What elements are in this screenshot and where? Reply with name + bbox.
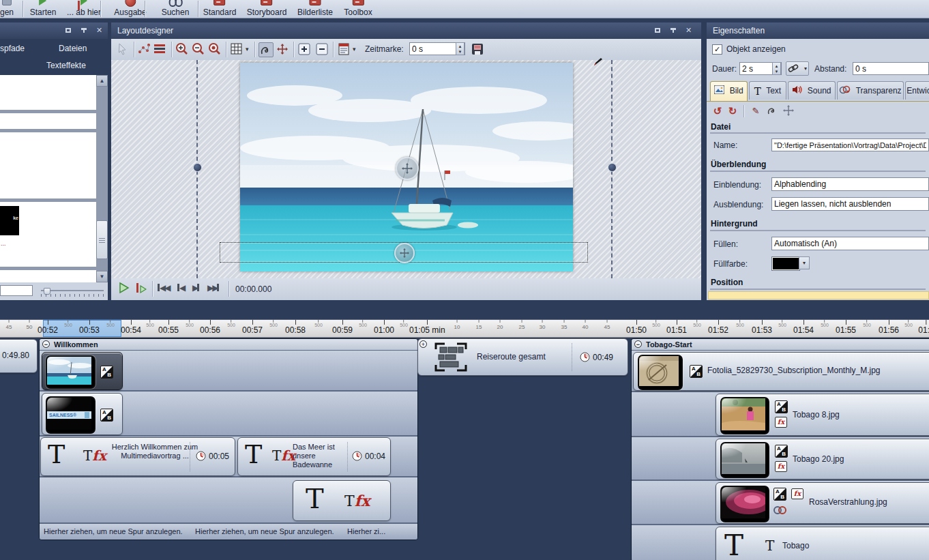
zoom-reset-icon[interactable] bbox=[208, 42, 223, 57]
layers-icon[interactable] bbox=[153, 42, 168, 57]
tab-sound[interactable]: Sound bbox=[788, 81, 836, 100]
fuellen-input[interactable] bbox=[771, 237, 929, 250]
save-time-icon[interactable] bbox=[471, 42, 486, 57]
track-row-tobago-1[interactable]: AB Fotolia_52829730_Subscription_Monthly… bbox=[632, 351, 929, 392]
view-options-icon[interactable] bbox=[337, 42, 352, 57]
view-options-dropdown-icon[interactable]: ▾ bbox=[353, 46, 356, 53]
tab-dateien[interactable]: Dateien bbox=[59, 44, 87, 53]
list-item[interactable] bbox=[0, 75, 96, 110]
add-icon[interactable] bbox=[297, 42, 312, 57]
restore-icon[interactable] bbox=[63, 26, 72, 35]
track-row-images-1[interactable]: AB bbox=[40, 351, 417, 392]
zoom-in-icon[interactable] bbox=[175, 42, 190, 57]
skip-start-icon[interactable]: ◀◀ bbox=[158, 282, 169, 293]
list-item[interactable] bbox=[0, 113, 96, 129]
tab-entwicklung[interactable]: Entwic bbox=[905, 81, 929, 100]
layout-canvas[interactable] bbox=[111, 60, 701, 278]
name-input[interactable] bbox=[771, 138, 929, 151]
restore-icon[interactable] bbox=[653, 26, 662, 35]
toolbar-item-bilderliste[interactable]: Bilderliste bbox=[297, 0, 333, 18]
effect-filter-input[interactable] bbox=[0, 285, 33, 296]
collapse-icon[interactable]: − bbox=[42, 340, 50, 348]
rotate-left-icon[interactable]: ↺ bbox=[711, 104, 724, 118]
list-scrollbar[interactable]: ▲ ▼ bbox=[96, 75, 108, 282]
grid-icon[interactable] bbox=[230, 42, 245, 57]
clip-text-meer[interactable]: T Tfx Das Meer ist unsere Badewanne 00:0… bbox=[237, 437, 391, 476]
rotate-right-icon[interactable]: ↻ bbox=[726, 104, 739, 118]
clip-tobago20[interactable]: AB fx Tobago 20.jpg bbox=[716, 439, 929, 480]
tab-text[interactable]: T Text bbox=[749, 81, 786, 100]
text-move-handle[interactable] bbox=[394, 243, 415, 263]
select-tool-icon[interactable] bbox=[116, 42, 131, 57]
einblendung-input[interactable] bbox=[771, 177, 929, 191]
partial-clip[interactable]: 0:49.80 bbox=[0, 339, 38, 373]
close-icon[interactable]: ✕ bbox=[95, 26, 104, 35]
track-row-text-1[interactable]: T Tfx Herzlich Willkommen zum Multimedia… bbox=[40, 437, 417, 477]
toolbar-item-ausgabe[interactable]: Ausgabe bbox=[114, 0, 146, 18]
clip-text-tobago[interactable]: T T Tobago bbox=[716, 527, 929, 560]
scroll-down-icon[interactable]: ▼ bbox=[96, 271, 108, 282]
track-row-text-2[interactable]: T Tfx bbox=[40, 477, 417, 524]
play-from-here-icon[interactable] bbox=[136, 282, 147, 296]
track-row-tobago-5[interactable]: T T Tobago bbox=[632, 525, 929, 560]
zeitmarke-spinner[interactable]: ▲▼ bbox=[456, 42, 464, 55]
track-row-tobago-4[interactable]: AB fx RosaVerstrahlung.jpg bbox=[632, 481, 929, 525]
move-tool-icon[interactable] bbox=[276, 42, 291, 57]
collapse-icon[interactable]: − bbox=[634, 340, 642, 348]
tab-pfade[interactable]: spfade bbox=[0, 44, 25, 53]
next-frame-icon[interactable]: ▶ bbox=[192, 282, 199, 293]
scroll-up-icon[interactable]: ▲ bbox=[96, 75, 108, 87]
abstand-input[interactable] bbox=[853, 62, 929, 75]
thumbnail-size-slider[interactable] bbox=[41, 288, 104, 297]
toolbar-item-starten[interactable]: Starten bbox=[30, 0, 57, 18]
play-icon[interactable] bbox=[118, 282, 130, 296]
toolbar-item-toolbox[interactable]: Toolbox bbox=[344, 0, 372, 18]
dauer-spinner[interactable]: ▲▼ bbox=[772, 62, 781, 75]
toolbar-item-storyboard[interactable]: Storyboard bbox=[247, 0, 287, 18]
motion-path-tool-icon[interactable] bbox=[259, 42, 274, 57]
tab-transparenz[interactable]: Transparenz bbox=[837, 81, 904, 100]
grid-dropdown-icon[interactable]: ▾ bbox=[246, 46, 249, 53]
pin-icon[interactable] bbox=[668, 26, 677, 35]
track-row-tobago-3[interactable]: AB fx Tobago 20.jpg bbox=[632, 437, 929, 481]
clip-fotolia[interactable]: AB Fotolia_52829730_Subscription_Monthly… bbox=[633, 352, 929, 391]
fill-color-swatch[interactable] bbox=[771, 256, 800, 271]
toolbar-item-gen[interactable]: gen bbox=[0, 0, 14, 18]
clip-text-willkommen[interactable]: T Tfx Herzlich Willkommen zum Multimedia… bbox=[40, 437, 235, 476]
pin-icon[interactable] bbox=[79, 26, 88, 35]
list-item[interactable] bbox=[0, 270, 96, 282]
track-row-images-2[interactable]: SAILNESS® AB bbox=[40, 392, 417, 437]
zoom-out-icon[interactable] bbox=[192, 42, 207, 57]
ausblendung-input[interactable] bbox=[771, 197, 929, 211]
tab-texteffekte[interactable]: Texteffekte bbox=[46, 61, 86, 70]
toolbar-item-suchen[interactable]: Suchen bbox=[162, 0, 190, 18]
clip-rosaverstrahlung[interactable]: AB fx RosaVerstrahlung.jpg bbox=[716, 482, 929, 524]
scrollbar-thumb[interactable] bbox=[96, 220, 108, 259]
image-move-handle[interactable] bbox=[396, 157, 419, 180]
fill-color-dropdown[interactable]: ▾ bbox=[799, 256, 810, 269]
skip-end-icon[interactable]: ▶▶ bbox=[207, 282, 219, 293]
track-row-new[interactable]: Hierher ziehen, um neue Spur anzulegen. … bbox=[40, 524, 417, 540]
track-row-tobago-2[interactable]: AB fx Tobago 8.jpg bbox=[632, 392, 929, 437]
list-item[interactable]: ke ... bbox=[0, 202, 96, 267]
link-duration-button[interactable]: ▾ bbox=[786, 61, 809, 76]
clip-text-empty[interactable]: T Tfx bbox=[293, 480, 391, 521]
left-guide-handle[interactable] bbox=[193, 163, 202, 172]
clip-boat-image[interactable]: AB bbox=[42, 352, 123, 390]
list-item[interactable] bbox=[0, 132, 96, 198]
prev-frame-icon[interactable]: ◀ bbox=[177, 282, 184, 293]
path-points-icon[interactable] bbox=[137, 42, 152, 57]
right-guide-handle[interactable] bbox=[608, 163, 617, 172]
motion-path-icon[interactable] bbox=[765, 104, 779, 118]
clip-tobago8[interactable]: AB fx Tobago 8.jpg bbox=[716, 394, 929, 436]
move-icon[interactable] bbox=[782, 104, 795, 118]
timeline-ruler[interactable]: 455000:5250000:5350000:5450000:5550000:5… bbox=[0, 319, 929, 338]
expand-icon[interactable]: + bbox=[419, 340, 427, 348]
edit-pencil-icon[interactable]: ✎ bbox=[749, 104, 763, 118]
show-object-checkbox[interactable]: ✓ Objekt anzeigen bbox=[712, 44, 821, 55]
clip-reiseroute[interactable]: + Reiseroute gesamt 00:49 bbox=[417, 338, 628, 376]
group-tobago-header[interactable]: − Tobago-Start bbox=[632, 339, 929, 351]
tab-bild[interactable]: Bild bbox=[710, 81, 748, 101]
clip-sailness-image[interactable]: SAILNESS® AB bbox=[42, 393, 123, 435]
group-willkommen-header[interactable]: − Willkommen bbox=[40, 339, 417, 351]
